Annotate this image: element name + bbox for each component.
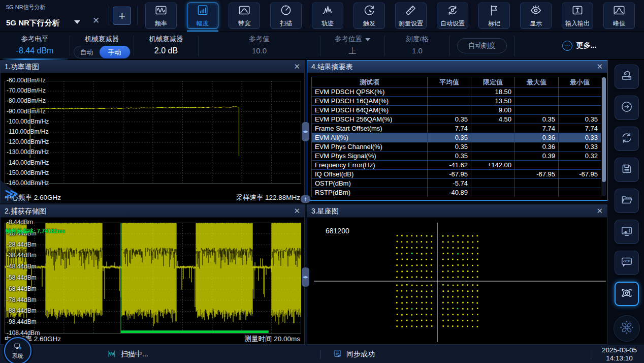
system-label: 系统 xyxy=(12,352,23,360)
y-axis-label: -110.00dBm/Hz xyxy=(7,128,48,135)
table-cell-avg: -41.62 xyxy=(428,161,471,170)
toggle-option-auto[interactable]: 自动 xyxy=(74,48,100,57)
table-row[interactable]: EVM PDSCH 256QAM(%)0.354.500.350.35 xyxy=(312,115,601,124)
more-button[interactable]: ⋯ 更多... xyxy=(514,32,644,60)
scpi-icon: •SCPI xyxy=(620,255,633,270)
table-row[interactable]: RSTP(dBm)-40.89 xyxy=(312,188,601,197)
toolbar-button-peak[interactable]: 峰值 xyxy=(603,3,635,29)
table-row[interactable]: EVM Phys Signal(%)0.350.390.32 xyxy=(312,152,601,161)
chevron-down-icon[interactable] xyxy=(365,38,370,41)
folder-icon xyxy=(620,193,633,208)
close-icon[interactable]: ✕ xyxy=(596,205,603,217)
table-header-cell[interactable]: 限定值 xyxy=(471,77,515,87)
close-icon[interactable]: ✕ xyxy=(294,205,300,217)
table-header-cell[interactable]: 测试项 xyxy=(312,77,428,87)
toolbar-button-display[interactable]: 显示 xyxy=(520,3,552,29)
table-row[interactable]: EVM All(%)0.350.360.33 xyxy=(312,133,601,142)
table-cell-limit: 9.00 xyxy=(471,106,515,115)
table-row[interactable]: EVM PDSCH 16QAM(%)13.50 xyxy=(312,97,601,106)
table-cell-limit: 4.50 xyxy=(471,115,515,124)
table-row[interactable]: IQ Offset(dB)-67.95-67.95-67.95 xyxy=(312,170,601,179)
sidebar-button-run[interactable] xyxy=(615,96,639,120)
toolbar-button-marker[interactable]: 标记 xyxy=(478,3,510,29)
ref-value-field[interactable]: 参考值 10.0 xyxy=(199,32,320,60)
chevron-down-icon[interactable] xyxy=(74,20,80,24)
ref-level-value[interactable]: -8.44 dBm xyxy=(0,46,70,55)
system-button[interactable]: 系统 xyxy=(4,337,31,363)
panel-title-bar[interactable]: 1.功率谱图 ✕ xyxy=(1,60,304,73)
y-axis-label: -28.44dBm xyxy=(7,241,37,248)
attenuator-value[interactable]: 2.0 dB xyxy=(134,46,198,55)
toolbar-button-io[interactable]: 输入输出 xyxy=(562,3,593,29)
table-cell-min: 0.35 xyxy=(559,115,601,124)
auto-setup-icon xyxy=(446,4,459,19)
table-cell-max: 7.74 xyxy=(515,124,559,133)
toolbar-button-auto-setup[interactable]: 自动设置 xyxy=(437,3,468,29)
sidebar-button-navigate[interactable] xyxy=(614,315,640,342)
ref-position-value[interactable]: 上 xyxy=(320,46,384,56)
y-axis-label: -38.44dBm xyxy=(7,252,37,259)
ref-level-field[interactable]: 参考电平 -8.44 dBm xyxy=(0,32,70,60)
sidebar-button-screenshot[interactable] xyxy=(615,282,639,306)
sample-rate-label: 采样速率 122.88MHz xyxy=(236,193,300,202)
table-row[interactable]: OSTP(dBm)-5.74 xyxy=(312,179,601,188)
ref-value-label: 参考值 xyxy=(199,35,320,44)
toolbar-button-sweep[interactable]: 扫描 xyxy=(270,3,302,29)
table-row[interactable]: Frame Start Offset(ms)7.747.747.74 xyxy=(312,124,601,133)
constellation-plot xyxy=(307,218,607,344)
scale-per-div-value[interactable]: 1.0 xyxy=(385,46,449,55)
splitter-handle[interactable]: ▲▼ xyxy=(301,195,310,203)
panel-power-spectrum[interactable]: 1.功率谱图 ✕ -60.00dBm/Hz-70.00dBm/Hz-80.00d… xyxy=(0,60,305,203)
tab-close-icon[interactable]: ✕ xyxy=(92,15,100,26)
close-icon[interactable]: ✕ xyxy=(294,60,300,73)
sidebar-button-recall[interactable] xyxy=(615,65,639,89)
spectrum-chart: -60.00dBm/Hz-70.00dBm/Hz-80.00dBm/Hz-90.… xyxy=(1,73,304,203)
table-cell-max xyxy=(515,106,559,115)
toolbar-button-bandwidth[interactable]: 带宽 xyxy=(229,3,260,29)
ref-level-label: 参考电平 xyxy=(0,35,70,44)
trace-icon xyxy=(321,4,334,19)
table-row[interactable]: EVM PDSCH QPSK(%)18.50 xyxy=(312,87,601,97)
scale-per-div-field[interactable]: 刻度/格 1.0 xyxy=(385,32,449,60)
table-header-cell[interactable]: 平均值 xyxy=(428,77,471,87)
panel-title-bar[interactable]: 2.捕获存储图 ✕ xyxy=(1,205,304,218)
sidebar-button-sync[interactable] xyxy=(615,127,639,151)
close-icon[interactable]: ✕ xyxy=(596,60,603,73)
auto-scale-button[interactable]: 自动刻度 xyxy=(457,38,507,53)
add-tab-button[interactable]: ＋ xyxy=(113,7,131,25)
table-header-cell[interactable]: 最大值 xyxy=(515,77,559,87)
toolbar-button-amplitude[interactable]: 幅度 xyxy=(187,3,218,29)
sidebar-button-save[interactable] xyxy=(615,158,639,182)
panel-constellation[interactable]: 3.星座图 ✕ 681200 xyxy=(307,204,607,345)
sidebar-button-scpi[interactable]: •SCPI xyxy=(615,251,639,275)
toggle-option-manual[interactable]: 手动 xyxy=(100,46,130,58)
splitter-handle[interactable]: ◀▶ xyxy=(302,267,309,287)
ref-value[interactable]: 10.0 xyxy=(199,46,320,55)
sidebar-button-display-setup[interactable] xyxy=(615,220,639,244)
toolbar-button-meas-setup[interactable]: 测量设置 xyxy=(395,3,427,29)
toolbar-button-trace[interactable]: 轨迹 xyxy=(312,3,343,29)
ref-position-field[interactable]: 参考位置 上 xyxy=(320,32,384,60)
toolbar-button-trigger[interactable]: 触发 xyxy=(353,3,385,29)
table-row[interactable]: EVM PDSCH 64QAM(%)9.00 xyxy=(312,106,601,115)
y-axis-label: -120.00dBm/Hz xyxy=(7,138,49,145)
sync-doc-icon xyxy=(333,349,342,360)
splitter-handle[interactable]: ◀▶ xyxy=(302,122,309,141)
attenuator-mode-toggle[interactable]: 自动 手动 xyxy=(74,46,131,58)
panel-result-summary[interactable]: 4.结果摘要表 ✕ 测试项平均值限定值最大值最小值 EVM PDSCH QPSK… xyxy=(307,60,607,201)
attenuator-value-field[interactable]: 机械衰减器 2.0 dB xyxy=(134,32,198,60)
table-cell-min: 0.33 xyxy=(559,142,601,152)
measurement-tab[interactable]: 5G NR信号分析 5G NR下行分析 ✕ xyxy=(0,0,109,32)
table-row[interactable]: EVM Phys Channel(%)0.350.360.33 xyxy=(312,142,601,152)
panel-title-bar[interactable]: 4.结果摘要表 ✕ xyxy=(307,60,607,73)
sidebar-button-folder[interactable] xyxy=(615,189,639,213)
scan-status: 扫描中... xyxy=(107,345,148,363)
table-row[interactable]: Frequency Error(Hz)-41.62±142.00 xyxy=(312,161,601,170)
table-scrollbar[interactable] xyxy=(602,77,606,196)
toolbar-button-label: 频率 xyxy=(155,19,167,28)
panel-capture[interactable]: 2.捕获存储图 ✕ -8.44dBm-18.44dBm-28.44dBm-38.… xyxy=(0,204,305,345)
toolbar-button-freq[interactable]: 频率 xyxy=(145,3,177,29)
panel-title-bar[interactable]: 3.星座图 ✕ xyxy=(307,205,607,218)
scrollbar-thumb[interactable] xyxy=(602,77,606,182)
table-header-cell[interactable]: 最小值 xyxy=(559,77,601,87)
